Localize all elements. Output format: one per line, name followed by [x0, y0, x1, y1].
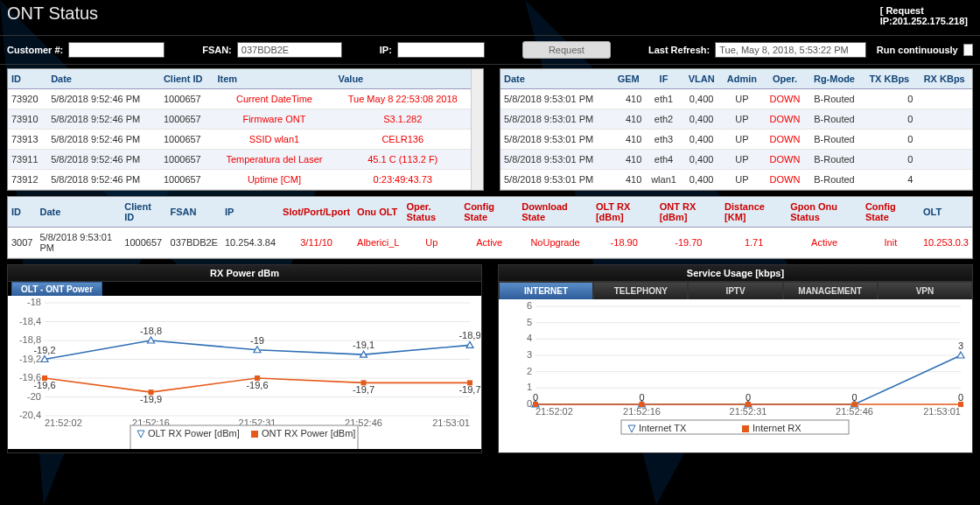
table-row[interactable]: 5/8/2018 9:53:01 PM410eth30,400UPDOWNB-R…: [500, 130, 972, 150]
table-row[interactable]: 5/8/2018 9:53:01 PM410eth40,400UPDOWNB-R…: [500, 150, 972, 170]
table-row[interactable]: 5/8/2018 9:53:01 PM410eth20,400UPDOWNB-R…: [500, 109, 972, 130]
table-row[interactable]: 739125/8/2018 9:52:46 PM1000657Uptime [C…: [8, 170, 471, 190]
svg-text:21:53:01: 21:53:01: [432, 417, 470, 428]
svg-text:0: 0: [527, 398, 532, 409]
svg-text:5: 5: [527, 317, 532, 327]
svg-text:0: 0: [958, 392, 963, 403]
svg-text:4: 4: [527, 333, 532, 343]
table-row[interactable]: 739115/8/2018 9:52:46 PM1000657Temperatu…: [8, 150, 471, 170]
interfaces-table: DateGEMIFVLANAdminOper.Rg-ModeTX KBpsRX …: [500, 69, 972, 190]
svg-text:21:52:31: 21:52:31: [730, 406, 767, 417]
col-header[interactable]: Distance [KM]: [721, 197, 787, 228]
request-ip-box: [ Request IP:201.252.175.218]: [875, 4, 973, 28]
svg-text:ONT RX Power [dBm]: ONT RX Power [dBm]: [262, 428, 355, 438]
col-header[interactable]: Admin: [721, 69, 764, 89]
col-header[interactable]: IF: [645, 69, 682, 89]
col-header[interactable]: Oper.: [763, 69, 806, 89]
request-button[interactable]: Request: [522, 41, 611, 59]
svg-text:-19,2: -19,2: [33, 345, 55, 355]
svc-chart-title: Service Usage [kbps]: [499, 265, 972, 282]
request-ip-line1: [ Request: [880, 5, 968, 16]
svg-text:1: 1: [527, 382, 532, 392]
col-header[interactable]: Date: [500, 69, 612, 89]
ip-label: IP:: [380, 45, 392, 55]
svg-text:3: 3: [527, 349, 532, 360]
col-header[interactable]: TX KBps: [862, 69, 916, 89]
col-header[interactable]: Value: [334, 69, 471, 89]
table-row[interactable]: 739135/8/2018 9:52:46 PM1000657SSID wlan…: [8, 130, 471, 150]
rx-subtab[interactable]: OLT - ONT Power: [11, 282, 102, 296]
col-header[interactable]: Item: [214, 69, 334, 89]
run-continuously-checkbox[interactable]: [963, 44, 973, 56]
filter-bar: Customer #: FSAN: IP: Request Last Refre…: [0, 35, 980, 65]
scroll-bar[interactable]: [471, 69, 483, 190]
service-usage-chart-panel: Service Usage [kbps] INTERNETTELEPHONYIP…: [498, 264, 973, 453]
col-header[interactable]: Date: [47, 69, 160, 89]
col-header[interactable]: ID: [8, 69, 47, 89]
col-header[interactable]: Oper. Status: [402, 197, 460, 228]
col-header[interactable]: ID: [8, 197, 36, 228]
svg-text:-18,4: -18,4: [19, 316, 41, 326]
col-header[interactable]: Client ID: [160, 69, 214, 89]
col-header[interactable]: Download State: [518, 197, 592, 228]
svg-text:0: 0: [533, 392, 538, 403]
svg-text:-19,1: -19,1: [353, 340, 374, 350]
col-header[interactable]: Config State: [460, 197, 518, 228]
svg-text:21:52:02: 21:52:02: [536, 406, 573, 417]
svg-text:2: 2: [527, 366, 532, 376]
col-header[interactable]: Slot/Port/Lport: [279, 197, 354, 228]
col-header[interactable]: Client ID: [121, 197, 166, 228]
col-header[interactable]: OLT: [920, 197, 972, 228]
last-refresh-label: Last Refresh:: [648, 45, 710, 55]
col-header[interactable]: FSAN: [167, 197, 221, 228]
col-header[interactable]: OLT RX [dBm]: [592, 197, 656, 228]
tab-telephony[interactable]: TELEPHONY: [593, 282, 688, 299]
tab-management[interactable]: MANAGEMENT: [783, 282, 878, 299]
tab-vpn[interactable]: VPN: [878, 282, 972, 299]
svg-text:-20: -20: [27, 391, 41, 402]
customer-input[interactable]: [68, 42, 164, 58]
svg-text:0: 0: [639, 392, 644, 403]
col-header[interactable]: Config State: [862, 197, 920, 228]
col-header[interactable]: Rg-Mode: [807, 69, 863, 89]
col-header[interactable]: VLAN: [682, 69, 721, 89]
customer-label: Customer #:: [7, 45, 63, 55]
svg-text:-19: -19: [250, 335, 264, 346]
col-header[interactable]: ONT RX [dBm]: [656, 197, 721, 228]
tab-iptv[interactable]: IPTV: [688, 282, 782, 299]
table-row[interactable]: 30075/8/2018 9:53:01 PM1000657037BDB2E10…: [8, 228, 972, 258]
svg-text:-18,8: -18,8: [19, 334, 41, 345]
table-row[interactable]: 5/8/2018 9:53:01 PM410eth10,400UPDOWNB-R…: [500, 89, 972, 109]
last-refresh-value: [715, 42, 866, 58]
table-row[interactable]: 739205/8/2018 9:52:46 PM1000657Current D…: [8, 89, 471, 109]
col-header[interactable]: Gpon Onu Status: [787, 197, 862, 228]
svg-text:21:52:16: 21:52:16: [623, 406, 661, 417]
rx-power-chart-panel: RX Power dBm OLT - ONT Power -20,4-20-19…: [7, 264, 482, 453]
fsan-label: FSAN:: [202, 45, 232, 55]
col-header[interactable]: Onu OLT: [354, 197, 402, 228]
svg-rect-36: [251, 431, 258, 438]
col-header[interactable]: RX KBps: [916, 69, 972, 89]
table-row[interactable]: 739105/8/2018 9:52:46 PM1000657Firmware …: [8, 109, 471, 130]
col-header[interactable]: IP: [221, 197, 279, 228]
svg-text:0: 0: [851, 392, 857, 403]
col-header[interactable]: Date: [36, 197, 121, 228]
run-continuously-label: Run continuously: [877, 45, 958, 55]
svg-text:6: 6: [527, 300, 532, 311]
col-header[interactable]: GEM: [612, 69, 645, 89]
svg-text:21:53:01: 21:53:01: [923, 406, 961, 417]
svg-rect-70: [742, 425, 749, 432]
svg-text:21:52:02: 21:52:02: [45, 417, 82, 428]
svg-text:-19,6: -19,6: [246, 380, 268, 390]
svg-text:0: 0: [746, 392, 751, 403]
svg-text:3: 3: [958, 340, 963, 351]
svg-text:-18: -18: [27, 297, 41, 307]
table-row[interactable]: 5/8/2018 9:53:01 PM410wlan10,400UPDOWNB-…: [500, 170, 972, 190]
ip-input[interactable]: [397, 42, 485, 58]
svg-text:Internet TX: Internet TX: [639, 423, 687, 433]
tab-internet[interactable]: INTERNET: [499, 282, 593, 299]
rx-chart-title: RX Power dBm: [8, 265, 481, 282]
svg-text:Internet RX: Internet RX: [752, 423, 802, 433]
svg-text:-20,4: -20,4: [19, 410, 41, 420]
fsan-input[interactable]: [237, 42, 342, 58]
